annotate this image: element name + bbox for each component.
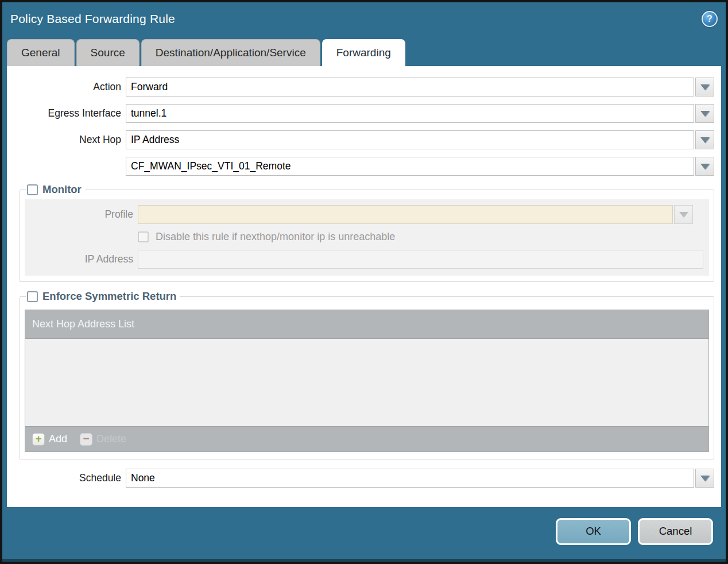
tab-forwarding[interactable]: Forwarding — [322, 39, 405, 66]
tab-content-forwarding: Action Forward Egress Interface tunnel.1… — [7, 66, 721, 507]
disable-rule-row: Disable this rule if nexthop/monitor ip … — [25, 231, 709, 243]
monitor-ip-address-row: IP Address — [25, 250, 709, 269]
action-select[interactable]: Forward — [126, 78, 694, 96]
chevron-down-icon — [700, 476, 710, 481]
minus-icon: − — [80, 433, 92, 446]
monitor-ip-address-label: IP Address — [25, 253, 133, 265]
monitor-legend-label: Monitor — [42, 183, 82, 196]
schedule-row: Schedule None — [14, 469, 714, 488]
ok-button[interactable]: OK — [556, 518, 631, 545]
schedule-label: Schedule — [14, 472, 121, 484]
cancel-button[interactable]: Cancel — [638, 518, 713, 545]
next-hop-address-list-header: Next Hop Address List — [25, 310, 708, 339]
dialog-titlebar: Policy Based Forwarding Rule ? — [2, 2, 726, 36]
next-hop-address-dropdown-button[interactable] — [695, 157, 714, 176]
dialog-title: Policy Based Forwarding Rule — [10, 12, 175, 26]
enforce-symmetric-return-legend: Enforce Symmetric Return — [26, 290, 180, 303]
egress-interface-label: Egress Interface — [14, 107, 121, 119]
tab-source[interactable]: Source — [76, 39, 140, 66]
schedule-select[interactable]: None — [126, 469, 694, 488]
profile-row: Profile — [25, 205, 709, 224]
dialog-footer: OK Cancel — [2, 507, 726, 559]
disable-rule-label: Disable this rule if nexthop/monitor ip … — [156, 231, 395, 243]
tab-bar: General Source Destination/Application/S… — [2, 36, 726, 66]
chevron-down-icon — [679, 212, 688, 218]
profile-label: Profile — [25, 208, 133, 221]
next-hop-address-row: CF_MWAN_IPsec_VTI_01_Remote — [14, 157, 714, 176]
enforce-symmetric-return-legend-label: Enforce Symmetric Return — [42, 290, 176, 303]
egress-interface-select[interactable]: tunnel.1 — [126, 104, 694, 123]
schedule-dropdown-button[interactable] — [695, 469, 714, 488]
chevron-down-icon — [700, 111, 710, 117]
add-button[interactable]: + Add — [32, 433, 67, 446]
next-hop-address-select[interactable]: CF_MWAN_IPsec_VTI_01_Remote — [126, 157, 694, 176]
plus-icon: + — [32, 433, 45, 446]
chevron-down-icon — [700, 84, 710, 90]
help-icon[interactable]: ? — [702, 11, 718, 27]
action-dropdown-button[interactable] — [695, 78, 714, 96]
chevron-down-icon — [700, 137, 710, 143]
enforce-symmetric-return-section: Enforce Symmetric Return Next Hop Addres… — [20, 290, 714, 459]
tab-destination-application-service[interactable]: Destination/Application/Service — [141, 39, 320, 66]
next-hop-address-list-table: Next Hop Address List + Add − Delete — [25, 310, 709, 452]
monitor-legend: Monitor — [26, 183, 85, 196]
monitor-panel: Profile Disable this rule if nexthop/mon… — [25, 199, 709, 276]
disable-rule-checkbox — [138, 231, 149, 242]
action-row: Action Forward — [14, 78, 714, 96]
chevron-down-icon — [700, 164, 710, 169]
action-label: Action — [14, 81, 121, 93]
next-hop-type-dropdown-button[interactable] — [695, 130, 714, 149]
monitor-section: Monitor Profile Disable this rule if nex… — [20, 183, 714, 282]
add-button-label: Add — [49, 433, 67, 445]
enforce-symmetric-return-checkbox[interactable] — [27, 291, 38, 302]
next-hop-address-list-body[interactable] — [25, 339, 708, 426]
bottom-accent-strip — [2, 559, 726, 562]
next-hop-label: Next Hop — [14, 134, 121, 146]
next-hop-address-list-toolbar: + Add − Delete — [25, 426, 708, 451]
egress-interface-dropdown-button[interactable] — [695, 104, 714, 123]
delete-button-label: Delete — [96, 433, 126, 445]
profile-select — [138, 205, 673, 224]
egress-interface-row: Egress Interface tunnel.1 — [14, 104, 714, 123]
delete-button: − Delete — [80, 433, 126, 446]
monitor-ip-address-input — [138, 250, 703, 269]
next-hop-row: Next Hop IP Address — [14, 130, 714, 149]
profile-dropdown-button — [674, 205, 693, 224]
next-hop-type-select[interactable]: IP Address — [126, 130, 694, 149]
tab-general[interactable]: General — [7, 39, 75, 66]
monitor-checkbox[interactable] — [27, 184, 38, 195]
